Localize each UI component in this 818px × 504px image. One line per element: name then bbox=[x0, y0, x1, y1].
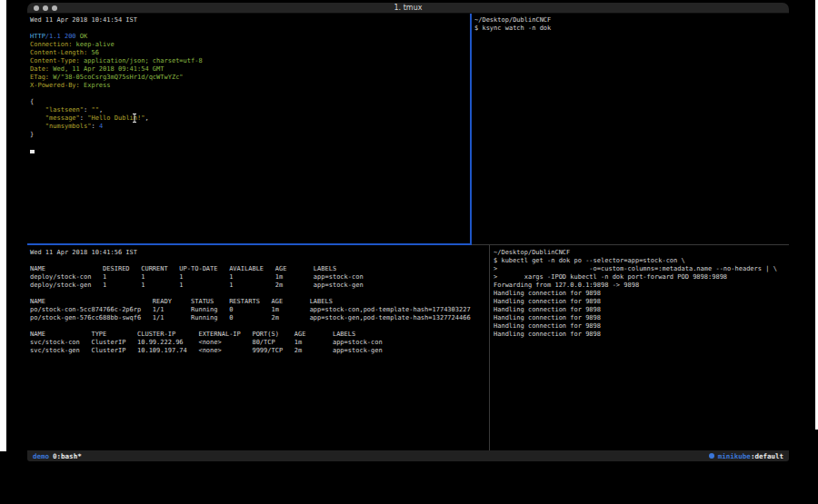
pane-divider-vertical-active bbox=[470, 14, 472, 245]
terminal-line: $ kubectl get -n dok po --selector=app=s… bbox=[494, 257, 789, 265]
pane-divider-horizontal-active bbox=[27, 243, 472, 245]
terminal-line: Handling connection for 9898 bbox=[494, 298, 789, 306]
window-label[interactable]: 0:bash* bbox=[53, 452, 82, 460]
terminal-line: svc/stock-gen ClusterIP 10.109.197.74 <n… bbox=[30, 347, 488, 355]
terminal-line: deploy/stock-con 1 1 1 1 1m app=stock-co… bbox=[30, 273, 488, 282]
terminal-line: Forwarding from 127.0.0.1:9898 -> 9898 bbox=[494, 282, 789, 290]
terminal-line: ~/Desktop/DublinCNCF bbox=[474, 16, 789, 25]
terminal-line: HTTP/1.1 200 OK bbox=[30, 33, 470, 41]
terminal-line: svc/stock-con ClusterIP 10.99.222.96 <no… bbox=[30, 339, 488, 347]
terminal-line: deploy/stock-gen 1 1 1 1 2m app=stock-ge… bbox=[30, 282, 488, 290]
terminal-line: po/stock-con-5cc874766c-2p6rp 1/1 Runnin… bbox=[30, 306, 488, 314]
terminal-line: Content-Type: application/json; charset=… bbox=[30, 57, 470, 65]
terminal-line: Handling connection for 9898 bbox=[494, 290, 789, 298]
close-button[interactable] bbox=[34, 5, 39, 11]
terminal-line bbox=[30, 25, 470, 33]
terminal-line: NAME READY STATUS RESTARTS AGE LABELS bbox=[30, 298, 488, 306]
window-title: 1. tmux bbox=[394, 3, 423, 14]
terminal-line bbox=[30, 257, 488, 265]
terminal-block-cursor bbox=[30, 150, 35, 153]
terminal-line: Handling connection for 9898 bbox=[494, 331, 789, 339]
minimize-button[interactable] bbox=[43, 5, 48, 11]
terminal-line bbox=[30, 322, 488, 331]
terminal-line: } bbox=[30, 131, 470, 139]
terminal-line: > -o=custom-columns=:metadata.name --no-… bbox=[494, 265, 789, 273]
terminal-line: NAME TYPE CLUSTER-IP EXTERNAL-IP PORT(S)… bbox=[30, 331, 488, 339]
screen: { "window": { "title": "1. tmux" }, "col… bbox=[0, 0, 818, 504]
pane-divider-horizontal bbox=[472, 244, 789, 245]
title-bar[interactable]: 1. tmux bbox=[27, 3, 789, 14]
pane-http-response[interactable]: Wed 11 Apr 2018 10:41:54 IST HTTP/1.1 20… bbox=[27, 14, 470, 243]
kube-context: minikube bbox=[718, 452, 751, 460]
terminal-line: "lastseen": "", bbox=[30, 106, 470, 114]
kube-namespace: :default bbox=[751, 452, 783, 460]
pane-ksync-watch[interactable]: ~/Desktop/DublinCNCF$ ksync watch -n dok bbox=[472, 14, 789, 243]
pane-port-forward[interactable]: ~/Desktop/DublinCNCF$ kubectl get -n dok… bbox=[491, 246, 789, 450]
screen-edge-left bbox=[0, 0, 6, 451]
terminal-line: { bbox=[30, 98, 470, 106]
terminal-line bbox=[30, 290, 488, 298]
terminal-line: "numsymbols": 4 bbox=[30, 123, 470, 131]
terminal-line: ETag: W/"38-05coCsrg3mQ75sHr1d/qcWTwYZc" bbox=[30, 74, 470, 82]
terminal-line: po/stock-gen-576cc688bb-swqf6 1/1 Runnin… bbox=[30, 314, 488, 322]
terminal-line bbox=[30, 90, 470, 98]
terminal-line: > xargs -IPOD kubectl -n dok port-forwar… bbox=[494, 273, 789, 282]
terminal-line: Wed 11 Apr 2018 10:41:56 IST bbox=[30, 249, 488, 257]
pane-kubectl-get[interactable]: Wed 11 Apr 2018 10:41:56 IST NAME DESIRE… bbox=[27, 246, 488, 450]
zoom-button[interactable] bbox=[52, 5, 57, 11]
traffic-lights bbox=[34, 5, 57, 11]
terminal-line: $ ksync watch -n dok bbox=[474, 25, 789, 33]
kubernetes-icon bbox=[709, 453, 714, 459]
terminal-line: Date: Wed, 11 Apr 2018 09:41:54 GMT bbox=[30, 65, 470, 74]
terminal-line: Wed 11 Apr 2018 10:41:54 IST bbox=[30, 16, 470, 25]
terminal-window: 1. tmux Wed 11 Apr 2018 10:41:54 IST HTT… bbox=[27, 3, 789, 461]
terminal-line: Content-Length: 56 bbox=[30, 49, 470, 57]
terminal-line: "message": "Hello Dublin!", bbox=[30, 114, 470, 123]
tmux-status-bar: demo 0:bash* minikube :default bbox=[27, 450, 789, 461]
terminal-line: Handling connection for 9898 bbox=[494, 314, 789, 322]
session-name[interactable]: demo bbox=[33, 452, 49, 460]
terminal-line: X-Powered-By: Express bbox=[30, 82, 470, 90]
mouse-ibeam-cursor bbox=[132, 114, 137, 123]
terminal-line: NAME DESIRED CURRENT UP-TO-DATE AVAILABL… bbox=[30, 265, 488, 273]
terminal-line: ~/Desktop/DublinCNCF bbox=[494, 249, 789, 257]
pane-divider-vertical bbox=[489, 245, 490, 450]
tmux-session: Wed 11 Apr 2018 10:41:54 IST HTTP/1.1 20… bbox=[27, 14, 789, 450]
terminal-line: Connection: keep-alive bbox=[30, 41, 470, 49]
terminal-line: Handling connection for 9898 bbox=[494, 306, 789, 314]
terminal-line: Handling connection for 9898 bbox=[494, 322, 789, 331]
